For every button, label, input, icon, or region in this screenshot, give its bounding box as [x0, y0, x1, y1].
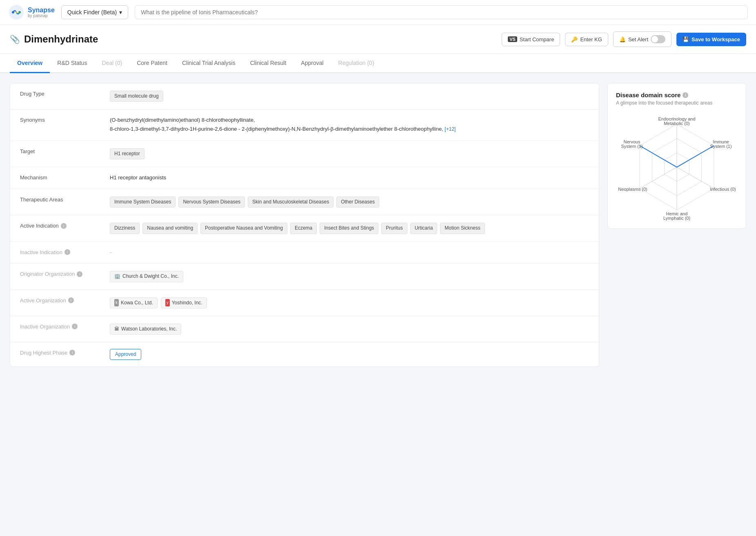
synapse-logo-icon [8, 4, 24, 20]
active-org-row: Active Organization i k Kowa Co., Ltd. y… [10, 290, 599, 316]
radar-label-nervous-2: System (1) [621, 144, 643, 149]
save-icon: 💾 [683, 36, 689, 42]
tab-clinical-trial[interactable]: Clinical Trial Analysis [175, 54, 243, 73]
ai-tag-5: Insect Bites and Stings [320, 223, 378, 234]
active-indication-info-icon[interactable]: i [61, 223, 67, 229]
active-indication-row: Active Indication i Dizziness Nausea and… [10, 215, 599, 241]
synonym-2: 8-chloro-1,3-dimethyl-3,7-dihydro-1H-pur… [110, 126, 443, 132]
synonyms-more-link[interactable]: [+12] [445, 125, 456, 133]
originator-org-tag-1[interactable]: 🏢 Church & Dwight Co., Inc. [110, 271, 183, 282]
target-label: Target [20, 147, 102, 154]
disease-domain-title: Disease domain score i [616, 92, 738, 98]
compare-label: Start Compare [520, 36, 554, 42]
inactive-org-tag-1[interactable]: 🏛 Watson Laboratories, Inc. [110, 324, 181, 335]
tab-regulation[interactable]: Regulation (0) [331, 54, 382, 73]
alert-toggle[interactable] [651, 35, 665, 43]
mechanism-label: Mechanism [20, 174, 102, 181]
ta-tag-1: Immune System Diseases [110, 197, 176, 208]
active-org-info-icon[interactable]: i [68, 297, 74, 303]
disease-domain-panel: Disease domain score i A glimpse into th… [607, 83, 746, 229]
synonym-1: (O-benzhydryl(dimethylamino)ethanol) 8-c… [110, 117, 255, 123]
mechanism-row: Mechanism H1 receptor antagonists [10, 167, 599, 189]
inactive-org-label: Inactive Organization i [20, 323, 102, 330]
active-org-tag-1[interactable]: k Kowa Co., Ltd. [110, 297, 158, 308]
inactive-indication-row: Inactive Indication i - [10, 242, 599, 264]
drug-phase-info-icon[interactable]: i [69, 350, 75, 355]
left-panel: Drug Type Small molecule drug Synonyms (… [10, 83, 599, 367]
chevron-down-icon: ▾ [119, 9, 122, 16]
ai-tag-6: Pruritus [381, 223, 407, 234]
originator-org-value: 🏢 Church & Dwight Co., Inc. [110, 270, 589, 283]
org-name-yoshindo: Yoshindo, Inc. [172, 299, 202, 307]
drug-phase-row: Drug Highest Phase i Approved [10, 342, 599, 366]
svg-point-3 [16, 11, 17, 13]
tab-rd-status[interactable]: R&D Status [50, 54, 94, 73]
alert-icon: 🔔 [619, 36, 626, 42]
org-name-kowa: Kowa Co., Ltd. [121, 299, 153, 307]
svg-point-2 [18, 11, 21, 13]
drug-actions: VS Start Compare 🔑 Enter KG 🔔 Set Alert … [502, 31, 746, 47]
drug-title: Dimenhydrinate [24, 34, 98, 45]
tab-approval[interactable]: Approval [294, 54, 331, 73]
tab-overview[interactable]: Overview [10, 54, 50, 73]
inactive-org-info-icon[interactable]: i [72, 324, 78, 329]
set-alert-label: Set Alert [628, 36, 648, 42]
score-title-text: Disease domain score [616, 92, 680, 98]
drug-header: 📎 Dimenhydrinate VS Start Compare 🔑 Ente… [0, 25, 756, 54]
org-icon-watson: 🏛 [114, 325, 119, 333]
tab-deal[interactable]: Deal (0) [94, 54, 129, 73]
drug-type-tag: Small molecule drug [110, 91, 163, 102]
logo-name: Synapse [28, 7, 55, 14]
org-icon-yoshindo: y [165, 299, 170, 306]
synonyms-row: Synonyms (O-benzhydryl(dimethylamino)eth… [10, 109, 599, 141]
drug-phase-value: Approved [110, 349, 589, 360]
active-org-tag-2[interactable]: y Yoshindo, Inc. [161, 297, 207, 308]
therapeutic-areas-row: Therapeutic Areas Immune System Diseases… [10, 189, 599, 215]
active-org-value: k Kowa Co., Ltd. y Yoshindo, Inc. [110, 297, 589, 309]
inactive-org-value: 🏛 Watson Laboratories, Inc. [110, 323, 589, 335]
tab-core-patent[interactable]: Core Patent [129, 54, 175, 73]
radar-label-immune-2: System (1) [710, 144, 732, 149]
search-input[interactable] [135, 5, 748, 19]
therapeutic-areas-label: Therapeutic Areas [20, 196, 102, 203]
inactive-org-row: Inactive Organization i 🏛 Watson Laborat… [10, 316, 599, 342]
radar-chart-container: .radar-grid { stroke: #ddd; fill: none; … [616, 114, 738, 220]
active-indication-label: Active Indication i [20, 222, 102, 229]
ta-tag-2: Nervous System Diseases [178, 197, 245, 208]
enter-kg-button[interactable]: 🔑 Enter KG [565, 33, 608, 46]
set-alert-button[interactable]: 🔔 Set Alert [613, 31, 672, 47]
radar-label-hemic-2: Lymphatic (0) [663, 216, 690, 221]
org-name-watson: Watson Laboratories, Inc. [121, 325, 177, 333]
tabs-bar: Overview R&D Status Deal (0) Core Patent… [0, 54, 756, 73]
quick-finder-label: Quick Finder (Beta) [67, 9, 117, 16]
originator-org-row: Originator Organization i 🏢 Church & Dwi… [10, 264, 599, 290]
org-icon-kowa: k [114, 299, 119, 306]
start-compare-button[interactable]: VS Start Compare [502, 33, 560, 46]
svg-line-11 [640, 167, 677, 189]
inactive-indication-value: - [110, 248, 589, 257]
active-indication-value: Dizziness Nausea and vomiting Postoperat… [110, 222, 589, 234]
radar-label-endocrinology-2: Metabolic (0) [664, 121, 690, 126]
inactive-indication-label: Inactive Indication i [20, 248, 102, 255]
top-header: Synapse by patsnap Quick Finder (Beta) ▾ [0, 0, 756, 25]
target-tag: H1 receptor [110, 148, 145, 159]
radar-label-neoplasms: Neoplasms (0) [618, 187, 647, 192]
quick-finder-button[interactable]: Quick Finder (Beta) ▾ [61, 5, 128, 19]
paperclip-icon: 📎 [10, 34, 20, 44]
org-name-church: Church & Dwight Co., Inc. [122, 272, 179, 280]
disease-domain-info-icon[interactable]: i [683, 92, 688, 98]
save-workspace-button[interactable]: 💾 Save to Workspace [676, 33, 746, 46]
svg-line-9 [677, 167, 714, 189]
kg-icon: 🔑 [571, 36, 578, 42]
target-value: H1 receptor [110, 147, 589, 160]
tab-clinical-result[interactable]: Clinical Result [243, 54, 294, 73]
save-workspace-label: Save to Workspace [692, 36, 740, 42]
drug-title-area: 📎 Dimenhydrinate [10, 34, 98, 45]
logo-sub: by patsnap [28, 13, 55, 18]
originator-org-info-icon[interactable]: i [77, 271, 82, 277]
enter-kg-label: Enter KG [580, 36, 602, 42]
drug-type-label: Drug Type [20, 90, 102, 97]
inactive-indication-info-icon[interactable]: i [64, 249, 70, 255]
logo-area: Synapse by patsnap [8, 4, 55, 20]
logo-text-block: Synapse by patsnap [28, 7, 55, 18]
